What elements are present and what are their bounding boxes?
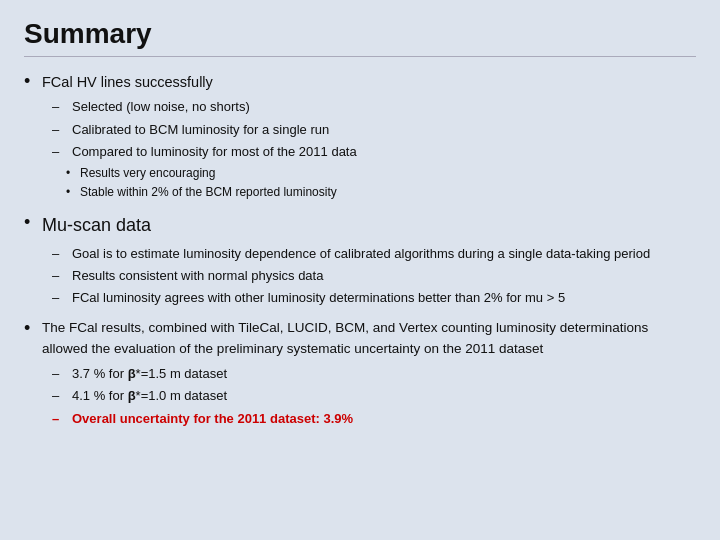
dash-3-1: – [52, 364, 72, 384]
dash-1-3: – [52, 142, 72, 162]
main-bullet-text-2: Mu-scan data [42, 212, 151, 240]
main-bullet-2: • Mu-scan data [24, 212, 696, 240]
sub-bullet-3-3: – Overall uncertainty for the 2011 datas… [52, 409, 696, 429]
section-mu-scan: • Mu-scan data – Goal is to estimate lum… [24, 212, 696, 308]
nested-dot-1-1: • [66, 164, 80, 182]
sub-bullet-1-1: – Selected (low noise, no shorts) [52, 97, 696, 117]
main-bullet-text-3: The FCal results, combined with TileCal,… [42, 318, 696, 360]
sub-bullets-1: – Selected (low noise, no shorts) – Cali… [52, 97, 696, 202]
bullet-dot-3: • [24, 318, 42, 340]
section-fcal-hv: • FCal HV lines successfully – Selected … [24, 71, 696, 202]
dash-3-2: – [52, 386, 72, 406]
dash-1-2: – [52, 120, 72, 140]
content: • FCal HV lines successfully – Selected … [24, 71, 696, 429]
sub-bullet-text-2-1: Goal is to estimate luminosity dependenc… [72, 244, 650, 264]
nested-text-1-1: Results very encouraging [80, 164, 215, 183]
nested-bullets-1: • Results very encouraging • Stable with… [66, 164, 696, 202]
dash-2-1: – [52, 244, 72, 264]
sub-bullet-text-2-3: FCal luminosity agrees with other lumino… [72, 288, 565, 308]
sub-bullet-text-3-3: Overall uncertainty for the 2011 dataset… [72, 409, 353, 429]
main-bullet-text-1: FCal HV lines successfully [42, 71, 213, 93]
dash-2-3: – [52, 288, 72, 308]
sub-bullet-3-1: – 3.7 % for β*=1.5 m dataset [52, 364, 696, 384]
dash-1-1: – [52, 97, 72, 117]
sub-bullet-text-3-1: 3.7 % for β*=1.5 m dataset [72, 364, 227, 384]
nested-text-1-2: Stable within 2% of the BCM reported lum… [80, 183, 337, 202]
bullet-dot-2: • [24, 212, 42, 234]
slide-title: Summary [24, 18, 696, 57]
sub-bullet-1-2: – Calibrated to BCM luminosity for a sin… [52, 120, 696, 140]
section-fcal-results: • The FCal results, combined with TileCa… [24, 318, 696, 428]
sub-bullet-text-2-2: Results consistent with normal physics d… [72, 266, 323, 286]
sub-bullet-2-1: – Goal is to estimate luminosity depende… [52, 244, 696, 264]
nested-bullet-1-2: • Stable within 2% of the BCM reported l… [66, 183, 696, 202]
sub-bullet-text-1-1: Selected (low noise, no shorts) [72, 97, 250, 117]
sub-bullet-3-2: – 4.1 % for β*=1.0 m dataset [52, 386, 696, 406]
nested-bullet-1-1: • Results very encouraging [66, 164, 696, 183]
sub-bullets-2: – Goal is to estimate luminosity depende… [52, 244, 696, 308]
sub-bullet-2-3: – FCal luminosity agrees with other lumi… [52, 288, 696, 308]
bullet-dot-1: • [24, 71, 42, 93]
dash-3-3: – [52, 409, 72, 429]
slide: Summary • FCal HV lines successfully – S… [0, 0, 720, 540]
sub-bullets-3: – 3.7 % for β*=1.5 m dataset – 4.1 % for… [52, 364, 696, 428]
sub-bullet-text-1-2: Calibrated to BCM luminosity for a singl… [72, 120, 329, 140]
sub-bullet-text-1-3: Compared to luminosity for most of the 2… [72, 142, 357, 162]
sub-bullet-text-3-2: 4.1 % for β*=1.0 m dataset [72, 386, 227, 406]
sub-bullet-1-3: – Compared to luminosity for most of the… [52, 142, 696, 162]
nested-dot-1-2: • [66, 183, 80, 201]
main-bullet-3: • The FCal results, combined with TileCa… [24, 318, 696, 360]
main-bullet-1: • FCal HV lines successfully [24, 71, 696, 93]
dash-2-2: – [52, 266, 72, 286]
sub-bullet-2-2: – Results consistent with normal physics… [52, 266, 696, 286]
